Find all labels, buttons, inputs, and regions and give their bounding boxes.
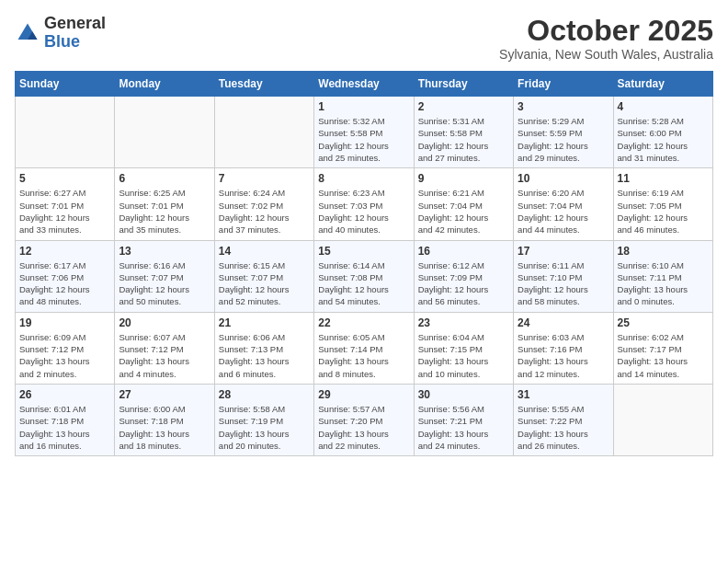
day-info: Sunrise: 6:23 AMSunset: 7:03 PMDaylight:… xyxy=(318,187,409,236)
day-number: 6 xyxy=(119,172,210,185)
day-cell: 28Sunrise: 5:58 AMSunset: 7:19 PMDayligh… xyxy=(214,384,313,455)
day-cell: 13Sunrise: 6:16 AMSunset: 7:07 PMDayligh… xyxy=(115,240,214,312)
weekday-row: SundayMondayTuesdayWednesdayThursdayFrid… xyxy=(16,72,713,97)
day-cell: 25Sunrise: 6:02 AMSunset: 7:17 PMDayligh… xyxy=(613,312,712,384)
day-number: 5 xyxy=(19,172,110,185)
week-row-3: 12Sunrise: 6:17 AMSunset: 7:06 PMDayligh… xyxy=(16,240,713,312)
day-cell: 9Sunrise: 6:21 AMSunset: 7:04 PMDaylight… xyxy=(414,168,513,240)
day-info: Sunrise: 6:11 AMSunset: 7:10 PMDaylight:… xyxy=(518,259,609,308)
day-info: Sunrise: 6:10 AMSunset: 7:11 PMDaylight:… xyxy=(618,259,709,308)
logo-blue: Blue xyxy=(44,32,80,51)
month-title: October 2025 xyxy=(499,15,713,47)
day-number: 19 xyxy=(19,316,110,329)
day-cell: 27Sunrise: 6:00 AMSunset: 7:18 PMDayligh… xyxy=(115,384,214,455)
day-cell: 20Sunrise: 6:07 AMSunset: 7:12 PMDayligh… xyxy=(115,312,214,384)
day-cell: 31Sunrise: 5:55 AMSunset: 7:22 PMDayligh… xyxy=(514,384,613,455)
day-number: 1 xyxy=(318,100,409,113)
day-info: Sunrise: 5:28 AMSunset: 6:00 PMDaylight:… xyxy=(618,115,709,164)
day-number: 2 xyxy=(418,100,509,113)
day-info: Sunrise: 6:16 AMSunset: 7:07 PMDaylight:… xyxy=(119,259,210,308)
weekday-header-tuesday: Tuesday xyxy=(214,72,313,97)
day-number: 24 xyxy=(518,316,609,329)
day-number: 13 xyxy=(119,245,210,258)
day-cell: 7Sunrise: 6:24 AMSunset: 7:02 PMDaylight… xyxy=(214,168,313,240)
day-number: 15 xyxy=(318,245,409,258)
day-number: 12 xyxy=(19,245,110,258)
day-info: Sunrise: 5:32 AMSunset: 5:58 PMDaylight:… xyxy=(318,115,409,164)
weekday-header-monday: Monday xyxy=(115,72,214,97)
day-cell xyxy=(613,384,712,455)
day-number: 22 xyxy=(318,316,409,329)
day-info: Sunrise: 6:03 AMSunset: 7:16 PMDaylight:… xyxy=(518,331,609,380)
day-number: 4 xyxy=(618,100,709,113)
day-info: Sunrise: 6:05 AMSunset: 7:14 PMDaylight:… xyxy=(318,331,409,380)
day-cell: 21Sunrise: 6:06 AMSunset: 7:13 PMDayligh… xyxy=(214,312,313,384)
day-cell xyxy=(115,97,214,168)
day-number: 20 xyxy=(119,316,210,329)
day-cell: 12Sunrise: 6:17 AMSunset: 7:06 PMDayligh… xyxy=(16,240,115,312)
day-info: Sunrise: 6:09 AMSunset: 7:12 PMDaylight:… xyxy=(19,331,110,380)
location: Sylvania, New South Wales, Australia xyxy=(499,47,713,62)
day-info: Sunrise: 6:20 AMSunset: 7:04 PMDaylight:… xyxy=(518,187,609,236)
calendar-header: SundayMondayTuesdayWednesdayThursdayFrid… xyxy=(16,72,713,97)
day-cell: 2Sunrise: 5:31 AMSunset: 5:58 PMDaylight… xyxy=(414,97,513,168)
logo: General Blue xyxy=(15,15,106,52)
weekday-header-saturday: Saturday xyxy=(613,72,712,97)
day-info: Sunrise: 6:02 AMSunset: 7:17 PMDaylight:… xyxy=(618,331,709,380)
day-cell: 4Sunrise: 5:28 AMSunset: 6:00 PMDaylight… xyxy=(613,97,712,168)
weekday-header-sunday: Sunday xyxy=(16,72,115,97)
week-row-2: 5Sunrise: 6:27 AMSunset: 7:01 PMDaylight… xyxy=(16,168,713,240)
day-cell: 16Sunrise: 6:12 AMSunset: 7:09 PMDayligh… xyxy=(414,240,513,312)
day-cell: 23Sunrise: 6:04 AMSunset: 7:15 PMDayligh… xyxy=(414,312,513,384)
day-cell xyxy=(214,97,313,168)
day-info: Sunrise: 5:57 AMSunset: 7:20 PMDaylight:… xyxy=(318,403,409,452)
calendar: SundayMondayTuesdayWednesdayThursdayFrid… xyxy=(15,71,713,456)
day-number: 8 xyxy=(318,172,409,185)
day-number: 7 xyxy=(219,172,310,185)
day-cell: 15Sunrise: 6:14 AMSunset: 7:08 PMDayligh… xyxy=(314,240,414,312)
calendar-body: 1Sunrise: 5:32 AMSunset: 5:58 PMDaylight… xyxy=(16,97,713,456)
day-info: Sunrise: 6:00 AMSunset: 7:18 PMDaylight:… xyxy=(119,403,210,452)
day-info: Sunrise: 6:01 AMSunset: 7:18 PMDaylight:… xyxy=(19,403,110,452)
day-number: 27 xyxy=(119,388,210,401)
day-number: 10 xyxy=(518,172,609,185)
logo-text: General Blue xyxy=(44,15,106,52)
day-cell: 6Sunrise: 6:25 AMSunset: 7:01 PMDaylight… xyxy=(115,168,214,240)
day-info: Sunrise: 6:21 AMSunset: 7:04 PMDaylight:… xyxy=(418,187,509,236)
day-number: 30 xyxy=(418,388,509,401)
day-cell: 17Sunrise: 6:11 AMSunset: 7:10 PMDayligh… xyxy=(514,240,613,312)
day-info: Sunrise: 6:24 AMSunset: 7:02 PMDaylight:… xyxy=(219,187,310,236)
day-cell: 30Sunrise: 5:56 AMSunset: 7:21 PMDayligh… xyxy=(414,384,513,455)
day-number: 29 xyxy=(318,388,409,401)
day-number: 3 xyxy=(518,100,609,113)
day-number: 21 xyxy=(219,316,310,329)
day-info: Sunrise: 6:07 AMSunset: 7:12 PMDaylight:… xyxy=(119,331,210,380)
day-number: 31 xyxy=(518,388,609,401)
day-info: Sunrise: 6:04 AMSunset: 7:15 PMDaylight:… xyxy=(418,331,509,380)
day-cell: 29Sunrise: 5:57 AMSunset: 7:20 PMDayligh… xyxy=(314,384,414,455)
day-number: 23 xyxy=(418,316,509,329)
day-cell: 26Sunrise: 6:01 AMSunset: 7:18 PMDayligh… xyxy=(16,384,115,455)
day-cell: 19Sunrise: 6:09 AMSunset: 7:12 PMDayligh… xyxy=(16,312,115,384)
day-number: 28 xyxy=(219,388,310,401)
day-cell xyxy=(16,97,115,168)
day-number: 16 xyxy=(418,245,509,258)
day-number: 14 xyxy=(219,245,310,258)
day-info: Sunrise: 6:27 AMSunset: 7:01 PMDaylight:… xyxy=(19,187,110,236)
day-number: 26 xyxy=(19,388,110,401)
logo-icon xyxy=(15,20,40,46)
weekday-header-thursday: Thursday xyxy=(414,72,513,97)
day-cell: 10Sunrise: 6:20 AMSunset: 7:04 PMDayligh… xyxy=(514,168,613,240)
day-info: Sunrise: 6:14 AMSunset: 7:08 PMDaylight:… xyxy=(318,259,409,308)
day-cell: 18Sunrise: 6:10 AMSunset: 7:11 PMDayligh… xyxy=(613,240,712,312)
day-cell: 24Sunrise: 6:03 AMSunset: 7:16 PMDayligh… xyxy=(514,312,613,384)
day-info: Sunrise: 5:29 AMSunset: 5:59 PMDaylight:… xyxy=(518,115,609,164)
day-info: Sunrise: 6:25 AMSunset: 7:01 PMDaylight:… xyxy=(119,187,210,236)
day-cell: 11Sunrise: 6:19 AMSunset: 7:05 PMDayligh… xyxy=(613,168,712,240)
day-info: Sunrise: 5:56 AMSunset: 7:21 PMDaylight:… xyxy=(418,403,509,452)
day-number: 11 xyxy=(618,172,709,185)
title-area: October 2025 Sylvania, New South Wales, … xyxy=(499,15,713,62)
day-cell: 3Sunrise: 5:29 AMSunset: 5:59 PMDaylight… xyxy=(514,97,613,168)
day-info: Sunrise: 6:15 AMSunset: 7:07 PMDaylight:… xyxy=(219,259,310,308)
day-info: Sunrise: 6:19 AMSunset: 7:05 PMDaylight:… xyxy=(618,187,709,236)
